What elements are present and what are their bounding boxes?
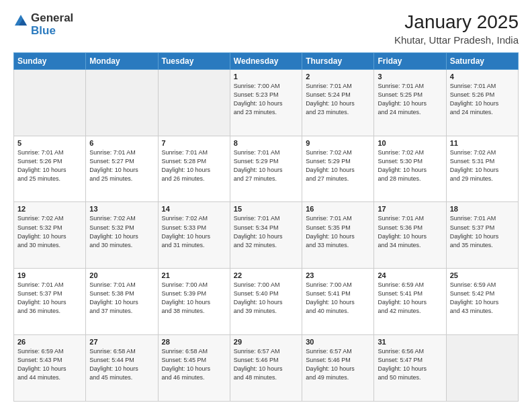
day-number: 5 [17, 139, 82, 147]
day-info: Sunrise: 7:01 AM Sunset: 5:29 PM Dayligh… [234, 148, 298, 183]
day-number: 1 [234, 73, 298, 81]
calendar-week-row: 26Sunrise: 6:59 AM Sunset: 5:43 PM Dayli… [14, 335, 519, 402]
logo-blue: Blue [31, 24, 56, 37]
logo: General Blue [13, 12, 73, 37]
calendar-table: SundayMondayTuesdayWednesdayThursdayFrid… [13, 52, 519, 402]
day-number: 31 [378, 338, 442, 346]
day-number: 27 [89, 338, 154, 346]
calendar-cell [158, 69, 230, 136]
calendar-cell: 12Sunrise: 7:02 AM Sunset: 5:32 PM Dayli… [14, 202, 86, 269]
day-info: Sunrise: 7:02 AM Sunset: 5:33 PM Dayligh… [162, 214, 226, 249]
day-number: 16 [306, 205, 370, 213]
day-number: 20 [89, 271, 154, 279]
day-number: 15 [234, 205, 298, 213]
calendar-cell: 4Sunrise: 7:01 AM Sunset: 5:26 PM Daylig… [446, 69, 518, 136]
day-info: Sunrise: 7:01 AM Sunset: 5:26 PM Dayligh… [17, 148, 82, 183]
calendar-cell: 5Sunrise: 7:01 AM Sunset: 5:26 PM Daylig… [14, 136, 86, 202]
day-info: Sunrise: 7:02 AM Sunset: 5:31 PM Dayligh… [450, 148, 515, 183]
day-number: 21 [162, 271, 226, 279]
day-number: 25 [450, 271, 515, 279]
calendar-week-row: 1Sunrise: 7:00 AM Sunset: 5:23 PM Daylig… [14, 69, 519, 136]
day-info: Sunrise: 7:01 AM Sunset: 5:27 PM Dayligh… [89, 148, 154, 183]
day-info: Sunrise: 6:56 AM Sunset: 5:47 PM Dayligh… [378, 347, 442, 382]
calendar-cell: 10Sunrise: 7:02 AM Sunset: 5:30 PM Dayli… [374, 136, 446, 202]
day-info: Sunrise: 7:02 AM Sunset: 5:32 PM Dayligh… [89, 214, 154, 249]
day-info: Sunrise: 7:01 AM Sunset: 5:35 PM Dayligh… [306, 214, 370, 249]
title-block: January 2025 Khutar, Uttar Pradesh, Indi… [394, 12, 519, 46]
calendar-cell: 21Sunrise: 7:00 AM Sunset: 5:39 PM Dayli… [158, 269, 230, 335]
calendar-cell: 6Sunrise: 7:01 AM Sunset: 5:27 PM Daylig… [86, 136, 158, 202]
day-info: Sunrise: 6:59 AM Sunset: 5:43 PM Dayligh… [17, 347, 82, 382]
calendar-cell: 29Sunrise: 6:57 AM Sunset: 5:46 PM Dayli… [230, 335, 302, 402]
calendar-cell: 9Sunrise: 7:02 AM Sunset: 5:29 PM Daylig… [302, 136, 374, 202]
calendar-cell [14, 69, 86, 136]
calendar-cell: 25Sunrise: 6:59 AM Sunset: 5:42 PM Dayli… [446, 269, 518, 335]
calendar-cell: 18Sunrise: 7:01 AM Sunset: 5:37 PM Dayli… [446, 202, 518, 269]
calendar-cell: 31Sunrise: 6:56 AM Sunset: 5:47 PM Dayli… [374, 335, 446, 402]
weekday-header: Monday [86, 52, 158, 69]
calendar-cell: 16Sunrise: 7:01 AM Sunset: 5:35 PM Dayli… [302, 202, 374, 269]
day-number: 12 [17, 205, 82, 213]
day-number: 2 [306, 73, 370, 81]
day-number: 29 [234, 338, 298, 346]
calendar-week-row: 12Sunrise: 7:02 AM Sunset: 5:32 PM Dayli… [14, 202, 519, 269]
day-number: 9 [306, 139, 370, 147]
day-number: 10 [378, 139, 442, 147]
day-number: 17 [378, 205, 442, 213]
calendar-cell: 13Sunrise: 7:02 AM Sunset: 5:32 PM Dayli… [86, 202, 158, 269]
day-info: Sunrise: 7:00 AM Sunset: 5:41 PM Dayligh… [306, 281, 370, 316]
day-number: 3 [378, 73, 442, 81]
day-info: Sunrise: 7:01 AM Sunset: 5:37 PM Dayligh… [450, 214, 515, 249]
day-info: Sunrise: 7:01 AM Sunset: 5:37 PM Dayligh… [17, 281, 82, 316]
page-subtitle: Khutar, Uttar Pradesh, India [394, 34, 519, 46]
day-info: Sunrise: 7:02 AM Sunset: 5:29 PM Dayligh… [306, 148, 370, 183]
calendar-cell: 1Sunrise: 7:00 AM Sunset: 5:23 PM Daylig… [230, 69, 302, 136]
day-info: Sunrise: 7:01 AM Sunset: 5:24 PM Dayligh… [306, 82, 370, 117]
weekday-header: Sunday [14, 52, 86, 69]
day-info: Sunrise: 6:58 AM Sunset: 5:45 PM Dayligh… [162, 347, 226, 382]
calendar-cell: 2Sunrise: 7:01 AM Sunset: 5:24 PM Daylig… [302, 69, 374, 136]
day-info: Sunrise: 6:59 AM Sunset: 5:41 PM Dayligh… [378, 281, 442, 316]
day-number: 22 [234, 271, 298, 279]
day-info: Sunrise: 7:00 AM Sunset: 5:23 PM Dayligh… [234, 82, 298, 117]
calendar-cell [86, 69, 158, 136]
day-info: Sunrise: 6:59 AM Sunset: 5:42 PM Dayligh… [450, 281, 515, 316]
weekday-header: Friday [374, 52, 446, 69]
calendar-week-row: 19Sunrise: 7:01 AM Sunset: 5:37 PM Dayli… [14, 269, 519, 335]
calendar-cell: 30Sunrise: 6:57 AM Sunset: 5:46 PM Dayli… [302, 335, 374, 402]
calendar-cell [446, 335, 518, 402]
calendar-cell: 19Sunrise: 7:01 AM Sunset: 5:37 PM Dayli… [14, 269, 86, 335]
calendar-header-row: SundayMondayTuesdayWednesdayThursdayFrid… [14, 52, 519, 69]
day-number: 24 [378, 271, 442, 279]
calendar-cell: 14Sunrise: 7:02 AM Sunset: 5:33 PM Dayli… [158, 202, 230, 269]
weekday-header: Tuesday [158, 52, 230, 69]
calendar-cell: 11Sunrise: 7:02 AM Sunset: 5:31 PM Dayli… [446, 136, 518, 202]
calendar-cell: 20Sunrise: 7:01 AM Sunset: 5:38 PM Dayli… [86, 269, 158, 335]
day-number: 13 [89, 205, 154, 213]
day-info: Sunrise: 7:01 AM Sunset: 5:34 PM Dayligh… [234, 214, 298, 249]
calendar-cell: 3Sunrise: 7:01 AM Sunset: 5:25 PM Daylig… [374, 69, 446, 136]
day-info: Sunrise: 7:02 AM Sunset: 5:30 PM Dayligh… [378, 148, 442, 183]
calendar-cell: 7Sunrise: 7:01 AM Sunset: 5:28 PM Daylig… [158, 136, 230, 202]
day-number: 6 [89, 139, 154, 147]
day-number: 14 [162, 205, 226, 213]
day-info: Sunrise: 7:01 AM Sunset: 5:28 PM Dayligh… [162, 148, 226, 183]
day-info: Sunrise: 7:00 AM Sunset: 5:39 PM Dayligh… [162, 281, 226, 316]
day-info: Sunrise: 7:01 AM Sunset: 5:25 PM Dayligh… [378, 82, 442, 117]
day-info: Sunrise: 7:01 AM Sunset: 5:36 PM Dayligh… [378, 214, 442, 249]
calendar-cell: 23Sunrise: 7:00 AM Sunset: 5:41 PM Dayli… [302, 269, 374, 335]
day-info: Sunrise: 7:01 AM Sunset: 5:26 PM Dayligh… [450, 82, 515, 117]
day-number: 11 [450, 139, 515, 147]
logo-general: General [31, 11, 73, 24]
page-title: January 2025 [394, 12, 519, 33]
weekday-header: Thursday [302, 52, 374, 69]
day-info: Sunrise: 6:57 AM Sunset: 5:46 PM Dayligh… [234, 347, 298, 382]
calendar-week-row: 5Sunrise: 7:01 AM Sunset: 5:26 PM Daylig… [14, 136, 519, 202]
day-number: 23 [306, 271, 370, 279]
weekday-header: Wednesday [230, 52, 302, 69]
calendar-cell: 8Sunrise: 7:01 AM Sunset: 5:29 PM Daylig… [230, 136, 302, 202]
day-info: Sunrise: 6:58 AM Sunset: 5:44 PM Dayligh… [89, 347, 154, 382]
calendar-cell: 28Sunrise: 6:58 AM Sunset: 5:45 PM Dayli… [158, 335, 230, 402]
day-number: 8 [234, 139, 298, 147]
day-number: 4 [450, 73, 515, 81]
